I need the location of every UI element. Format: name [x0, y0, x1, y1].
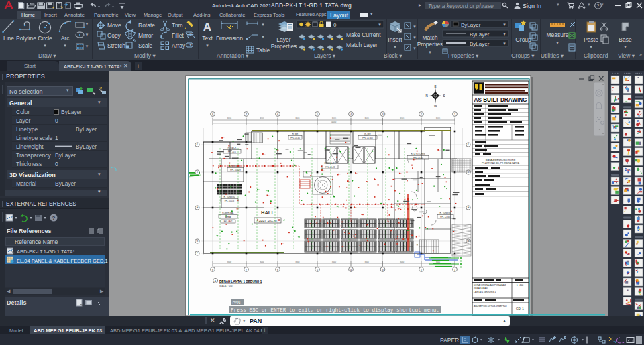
svg-text:7: 7: [246, 113, 247, 116]
svg-text:▾: ▾: [206, 43, 209, 48]
svg-text:Array: Array: [172, 42, 186, 49]
svg-text:8000: 8000: [400, 117, 404, 120]
svg-text:PT.ARTEFAK BK, PT. INDRA KARYA: PT.ARTEFAK BK, PT. INDRA KARYA: [482, 162, 520, 165]
svg-text:Table: Table: [256, 47, 270, 54]
svg-text:8000: 8000: [332, 261, 336, 263]
svg-text:▾: ▾: [86, 44, 89, 48]
svg-text:S: S: [443, 94, 445, 98]
svg-text:6: 6: [277, 269, 278, 271]
svg-text:Mirror: Mirror: [138, 32, 153, 39]
svg-text:▾: ▾: [503, 41, 506, 46]
svg-text:Base: Base: [619, 36, 632, 43]
svg-text:8: 8: [212, 113, 213, 116]
svg-text:▾: ▾: [394, 44, 396, 49]
svg-text:ByLayer: ByLayer: [470, 41, 490, 47]
svg-text:8000: 8000: [296, 117, 300, 120]
svg-text:DENAH INSTALASI PEMADAM: DENAH INSTALASI PEMADAM: [474, 284, 506, 287]
svg-text:FFL +0.129: FFL +0.129: [230, 169, 241, 171]
svg-text:Text: Text: [202, 35, 213, 42]
svg-text:Insert: Insert: [388, 36, 402, 43]
svg-text:8000: 8000: [365, 261, 369, 263]
svg-text:G: G: [197, 240, 199, 243]
svg-text:KOMERSIAL: KOMERSIAL: [222, 212, 234, 214]
svg-text:▾: ▾: [413, 24, 416, 29]
svg-text:J: J: [197, 171, 198, 174]
svg-text:H: H: [468, 206, 470, 209]
svg-text:7: 7: [246, 269, 247, 271]
svg-text:Match: Match: [422, 34, 437, 41]
svg-text:ByLayer: ByLayer: [461, 22, 481, 28]
svg-text:AS BUILT DRAWING: AS BUILT DRAWING: [474, 97, 527, 103]
svg-text:1: 1: [454, 113, 455, 116]
svg-text:R. TUNGGU: R. TUNGGU: [440, 212, 451, 214]
svg-text:8000: 8000: [227, 261, 231, 263]
svg-text:8000: 8000: [227, 117, 231, 120]
svg-text:2: 2: [421, 269, 422, 271]
svg-text:LANTAI 1 GEDUNG 1: LANTAI 1 GEDUNG 1: [474, 291, 496, 293]
svg-text:5: 5: [317, 113, 318, 116]
svg-text:4: 4: [350, 113, 352, 116]
svg-text:N: N: [425, 94, 427, 98]
svg-text:SKALA 1 : 200: SKALA 1 : 200: [219, 285, 233, 287]
svg-text:1 : 200: 1 : 200: [517, 284, 523, 287]
svg-text:Arc: Arc: [61, 35, 70, 42]
svg-text:3: 3: [382, 113, 383, 116]
svg-text:4: 4: [350, 269, 352, 271]
svg-text:Line: Line: [3, 35, 14, 42]
svg-text:Move: Move: [107, 22, 121, 29]
svg-text:▾: ▾: [44, 43, 46, 48]
svg-text:DENAH LANTAI 1 GEDUNG 1: DENAH LANTAI 1 GEDUNG 1: [219, 280, 262, 283]
svg-text:Measure: Measure: [546, 31, 568, 38]
svg-text:Fillet: Fillet: [172, 32, 184, 39]
svg-text:8000: 8000: [436, 117, 440, 120]
svg-text:R. TUNGGU: R. TUNGGU: [224, 196, 235, 198]
svg-text:Press ESC or ENTER to exit, or: Press ESC or ENTER to exit, or right-cli…: [231, 308, 439, 313]
svg-text:2: 2: [421, 113, 422, 116]
svg-text:ABD/MEP/GD.1/PPUB-JPMEPK03: ABD/MEP/GD.1/PPUB-JPMEPK03: [474, 305, 507, 307]
svg-text:Group: Group: [515, 36, 531, 43]
svg-text:▾: ▾: [624, 44, 627, 49]
svg-text:Properties: Properties: [271, 43, 297, 50]
svg-text:Rotate: Rotate: [138, 22, 155, 29]
svg-text:FFL +0.153: FFL +0.153: [225, 200, 235, 202]
svg-text:KEBAKARAN: KEBAKARAN: [474, 287, 488, 290]
svg-text:54000: 54000: [331, 121, 337, 123]
svg-text:Paste: Paste: [584, 36, 598, 43]
svg-text:8000: 8000: [260, 261, 264, 263]
svg-text:Stretch: Stretch: [107, 42, 125, 49]
svg-text:▾: ▾: [262, 34, 264, 39]
svg-text:Trim: Trim: [172, 22, 183, 29]
svg-text:▾: ▾: [64, 43, 66, 48]
svg-text:1: 1: [454, 269, 455, 271]
svg-text:0: 0: [333, 22, 337, 28]
svg-text:A: A: [203, 21, 211, 33]
svg-text:R. ME: R. ME: [292, 133, 298, 135]
svg-text:▾: ▾: [86, 32, 89, 37]
svg-text:▾: ▾: [262, 22, 264, 27]
svg-text:Match Layer: Match Layer: [346, 42, 378, 48]
svg-text:Circle: Circle: [38, 35, 52, 42]
svg-text:FFL +0.43: FFL +0.43: [325, 166, 335, 169]
svg-text:▾: ▾: [503, 22, 506, 27]
svg-text:Scale: Scale: [138, 42, 153, 49]
svg-text:R. RACK: R. RACK: [228, 147, 237, 149]
svg-text:FFL +2.300: FFL +2.300: [440, 216, 451, 218]
svg-text:5: 5: [317, 269, 318, 271]
svg-text:HALL: HALL: [261, 210, 274, 216]
svg-text:▾: ▾: [503, 31, 506, 36]
svg-text:▾: ▾: [413, 46, 416, 50]
svg-text:▾: ▾: [556, 40, 559, 45]
svg-text:?: ?: [597, 3, 600, 8]
svg-text:▾: ▾: [590, 44, 592, 49]
svg-text:Layer: Layer: [276, 36, 290, 43]
svg-text:GD. 1: GD. 1: [516, 307, 524, 311]
svg-text:▾: ▾: [429, 50, 431, 54]
svg-text:8000: 8000: [365, 117, 369, 120]
svg-text:PAN: PAN: [233, 301, 241, 305]
svg-text:8000: 8000: [296, 261, 300, 263]
svg-text:8000: 8000: [260, 117, 264, 120]
svg-text:R. DI KITCHEN: R. DI KITCHEN: [411, 153, 425, 155]
svg-text:Polyline: Polyline: [16, 35, 36, 42]
svg-text:▾: ▾: [86, 21, 89, 26]
svg-text:Properties: Properties: [417, 41, 443, 48]
